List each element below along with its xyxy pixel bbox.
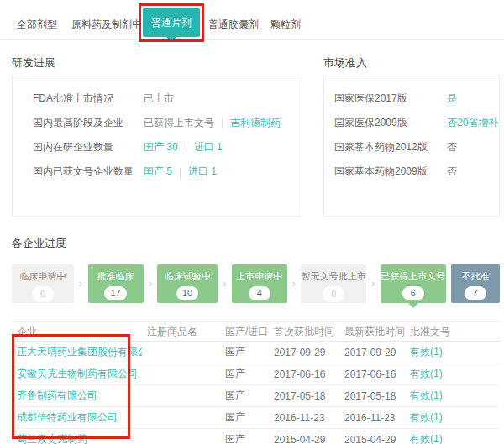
latest-approval-cell: 2017-05-18	[339, 390, 405, 402]
rd-row-label: 国内已获文号企业数量	[33, 165, 144, 179]
stage-count-badge: 17	[104, 286, 126, 300]
origin-cell: 国产	[220, 432, 269, 444]
stage-label: 暂无文号批上市	[301, 270, 366, 283]
stage-count-badge: 6	[402, 286, 424, 300]
stage-approved-no-license[interactable]: 暂无文号批上市 0	[301, 264, 366, 303]
stage-label: 临床申请中	[12, 270, 74, 283]
companies-table: 企业 注册商品名 国产/进口 首次获批时间 最新获批时间 批准文号 正大天晴药业…	[12, 321, 500, 444]
stage-label: 批准临床	[88, 270, 144, 283]
origin-cell: 国产	[220, 410, 269, 425]
table-header-row: 企业 注册商品名 国产/进口 首次获批时间 最新获批时间 批准文号	[12, 321, 500, 342]
arrow-right-icon: ›	[371, 277, 375, 290]
stage-label: 上市申请中	[232, 270, 287, 283]
arrow-right-icon: ›	[223, 277, 226, 290]
company-link[interactable]: 正大天晴药业集团股份有限公司	[12, 345, 142, 359]
company-progress-title: 各企业进度	[12, 236, 66, 251]
market-access-title: 市场准入	[323, 55, 367, 71]
first-approval-cell: 2017-06-16	[269, 368, 339, 380]
stage-label: 临床试验中	[157, 270, 218, 283]
rd-row-label: 国内在研企业数量	[33, 140, 144, 154]
company-link[interactable]: 安徽贝克生物制药有限公司	[12, 367, 142, 381]
company-link[interactable]: 齐鲁制药有限公司	[12, 389, 142, 403]
header-approval-number: 批准文号	[405, 325, 500, 339]
rd-progress-title: 研发进展	[12, 55, 55, 71]
arrow-right-icon: ›	[292, 277, 296, 290]
market-row-value: 否	[447, 140, 457, 154]
active-tab-pointer-icon	[166, 37, 176, 42]
market-row-label: 国家医保2017版	[334, 91, 447, 106]
rd-row-licensed-count: 国内已获文号企业数量 国产 5 进口 1	[13, 159, 302, 184]
market-row-label: 国家医保2009版	[334, 116, 447, 130]
progress-stage-flow: 临床申请中 0 › 批准临床 17 › 临床试验中 10 › 上市申请中 4 ›…	[12, 264, 500, 303]
market-row-medicare-2009: 国家医保2009版 否20省增补	[324, 111, 499, 135]
stage-clinical-application[interactable]: 临床申请中 0	[12, 264, 74, 303]
stage-license-obtained-selected[interactable]: 已获得上市文号 6	[381, 264, 446, 303]
domestic-count-link[interactable]: 国产 5	[144, 165, 172, 179]
company-link[interactable]: 葛兰素史克制药	[12, 432, 142, 444]
imported-count-link[interactable]: 进口 1	[194, 140, 223, 154]
first-approval-cell: 2017-09-29	[269, 347, 339, 358]
header-company: 企业	[12, 325, 142, 339]
stage-label: 不批准	[451, 270, 500, 283]
table-row: 齐鲁制药有限公司 国产 2017-05-18 2017-05-18 有效(1)	[12, 385, 500, 407]
latest-approval-cell: 2017-06-16	[339, 368, 405, 380]
stage-count-badge: 0	[32, 286, 54, 302]
stage-market-application[interactable]: 上市申请中 4	[232, 264, 287, 303]
origin-cell: 国产	[220, 345, 269, 359]
table-row: 葛兰素史克制药 国产 2015-04-29 2015-04-29 有效(1)	[12, 429, 500, 444]
stage-count-badge: 7	[465, 286, 486, 300]
rd-progress-card: FDA批准上市情况 已上市 国内最高阶段及企业 已获得上市文号 吉利德制药 国内…	[12, 76, 302, 217]
market-row-label: 国家基本药物2012版	[334, 140, 447, 154]
approval-number-link[interactable]: 有效(1)	[405, 367, 500, 381]
approval-number-link[interactable]: 有效(1)	[405, 410, 500, 425]
market-row-medicare-2017: 国家医保2017版 是	[324, 86, 499, 111]
stage-count-badge: 0	[323, 286, 344, 302]
first-approval-cell: 2015-04-29	[269, 434, 339, 444]
market-access-card: 国家医保2017版 是 国家医保2009版 否20省增补 国家基本药物2012版…	[323, 76, 500, 217]
company-link[interactable]: 成都倍特药业有限公司	[12, 410, 142, 425]
table-row: 正大天晴药业集团股份有限公司 国产 2017-09-29 2017-09-29 …	[12, 342, 500, 363]
latest-approval-cell: 2016-11-23	[339, 412, 405, 424]
market-row-essential-2009: 国家基本药物2009版 否	[324, 159, 499, 184]
tab-all-dosage-forms[interactable]: 全部剂型	[17, 18, 57, 32]
rd-row-value: 已上市	[144, 91, 174, 106]
header-latest-approval-date: 最新获批时间	[339, 325, 405, 339]
arrow-right-icon: ›	[79, 277, 82, 290]
tab-plain-capsule[interactable]: 普通胶囊剂	[208, 18, 259, 32]
rd-row-fda: FDA批准上市情况 已上市	[13, 86, 302, 111]
domestic-count-link[interactable]: 国产 30	[144, 140, 178, 154]
dosage-form-tabbar: 全部剂型 原料药及制剂中间体 普通片剂 普通胶囊剂 颗粒剂	[0, 0, 504, 40]
arrow-right-icon: ›	[149, 277, 152, 290]
header-brand-name: 注册商品名	[142, 325, 220, 339]
divider	[222, 118, 223, 128]
market-row-label: 国家基本药物2009版	[334, 165, 447, 179]
header-origin: 国产/进口	[220, 325, 269, 339]
origin-cell: 国产	[220, 389, 269, 403]
header-first-approval-date: 首次获批时间	[269, 325, 339, 339]
market-row-value: 否	[447, 165, 457, 179]
rd-row-value: 已获得上市文号	[144, 116, 214, 130]
stage-clinical-approved[interactable]: 批准临床 17	[88, 264, 144, 303]
stage-label: 已获得上市文号	[381, 270, 446, 283]
divider	[180, 167, 181, 177]
imported-count-link[interactable]: 进口 1	[188, 165, 217, 179]
market-row-essential-2012: 国家基本药物2012版 否	[324, 135, 499, 159]
stage-clinical-trial[interactable]: 临床试验中 10	[157, 264, 218, 303]
approval-number-link[interactable]: 有效(1)	[405, 389, 500, 403]
divider	[186, 143, 186, 153]
table-row: 成都倍特药业有限公司 国产 2016-11-23 2016-11-23 有效(1…	[12, 407, 500, 429]
tab-plain-tablet-active[interactable]: 普通片剂	[143, 8, 200, 37]
tab-granule[interactable]: 颗粒剂	[270, 18, 301, 32]
stage-count-badge: 10	[176, 286, 198, 300]
approval-number-link[interactable]: 有效(1)	[405, 345, 500, 359]
selected-stage-pointer-icon	[408, 303, 418, 308]
rd-row-label: FDA批准上市情况	[33, 91, 144, 106]
latest-approval-cell: 2017-09-29	[339, 347, 405, 358]
stage-not-approved[interactable]: 不批准 7	[451, 264, 500, 303]
latest-approval-cell: 2015-04-29	[339, 434, 405, 444]
rd-row-in-research-count: 国内在研企业数量 国产 30 进口 1	[13, 135, 302, 159]
origin-cell: 国产	[220, 367, 269, 381]
first-approval-cell: 2017-05-18	[269, 390, 339, 402]
approval-number-link[interactable]: 有效(1)	[405, 432, 500, 444]
company-link-gilead[interactable]: 吉利德制药	[230, 116, 281, 130]
